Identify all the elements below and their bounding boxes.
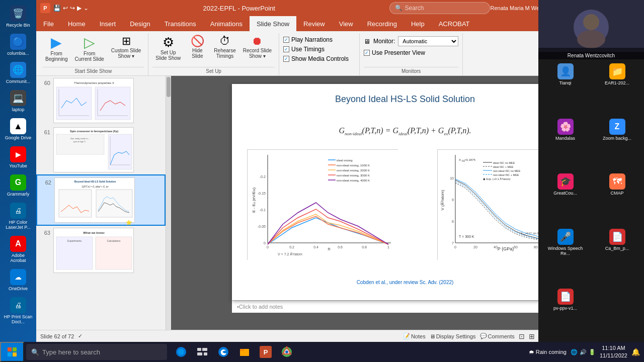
play-narrations-check[interactable]: ✓ Play Narrations — [283, 36, 355, 43]
taskbar-icon-taskview[interactable] — [192, 342, 212, 362]
redo-icon[interactable]: ↪ — [70, 5, 75, 12]
svg-text:-0.15: -0.15 — [258, 192, 266, 195]
notes-button[interactable]: 📝 Notes — [403, 333, 426, 339]
taskbar-icon-chrome[interactable] — [277, 342, 297, 362]
present-icon[interactable]: ▶ — [77, 5, 82, 12]
group-start-slideshow: ▶ FromBeginning ▷ FromCurrent Slide ⊞ Cu… — [38, 33, 148, 75]
tab-file[interactable]: File — [36, 16, 61, 31]
battery-icon[interactable]: 🔋 — [589, 349, 596, 355]
caption-checkboxes: ✓ Play Narrations ✓ Use Timings ✓ Show M… — [283, 34, 355, 75]
hide-slide-button[interactable]: 🚫 HideSlide — [185, 34, 210, 60]
taskbar: 🔍 Type here to search P 🌧 Rain coming 🌐 … — [0, 342, 644, 362]
from-beginning-button[interactable]: ▶ FromBeginning — [42, 34, 70, 63]
setup-group-label: Set Up — [152, 67, 275, 75]
desktop-icon-laptop[interactable]: 💻 laptop — [2, 88, 34, 114]
rehearse-timings-button[interactable]: ⏱ RehearseTimings — [211, 34, 238, 60]
comments-button[interactable]: 💬 Comments — [480, 333, 515, 339]
more-options-icon[interactable]: ⌄ — [84, 5, 89, 12]
record-label: Record SlideShow ▾ — [243, 48, 272, 59]
tab-animations[interactable]: Animations — [203, 16, 250, 31]
taskbar-clock[interactable]: 11:10 AM 11/11/2022 — [600, 344, 627, 360]
desktop-icon-hp-print[interactable]: 🖨 HP Print Scan Doct... — [2, 296, 34, 326]
slide-item-63[interactable]: 63 What we know: Experiments Calculation… — [36, 226, 166, 275]
desktop-icon-recycle-bin[interactable]: 🗑️ Recycle Bin — [2, 4, 34, 29]
taskbar-search[interactable]: 🔍 Type here to search — [26, 344, 167, 360]
notes-icon: 📝 — [403, 333, 410, 339]
desktop-icon-greatcou[interactable]: 🎓 GreatCou... — [540, 171, 590, 225]
desktop-icon-google-drive[interactable]: ▲ Google Drive — [2, 117, 34, 142]
tab-transitions[interactable]: Transitions — [157, 16, 203, 31]
from-current-button[interactable]: ▷ FromCurrent Slide — [71, 34, 107, 63]
start-button[interactable] — [0, 342, 24, 362]
slide-thumb-60: Thermodynamics properties X — [53, 78, 134, 123]
tab-recording[interactable]: Recording — [360, 16, 404, 31]
slide-canvas[interactable]: Beyond Ideal HS-LS Solid Solution Gnon-i… — [232, 84, 578, 300]
custom-slide-show-button[interactable]: ⊞ Custom SlideShow ▾ — [108, 34, 144, 60]
use-timings-checkbox[interactable]: ✓ — [283, 46, 289, 52]
view-normal-icon[interactable]: ⊡ — [519, 332, 525, 340]
tab-help[interactable]: Help — [404, 16, 432, 31]
tab-design[interactable]: Design — [123, 16, 157, 31]
svg-text:non-ideal ISC no MEE: non-ideal ISC no MEE — [493, 169, 521, 172]
slide-panel-scrollbar[interactable] — [166, 76, 171, 330]
svg-text:80: 80 — [534, 245, 538, 249]
svg-text:1: 1 — [387, 245, 389, 249]
desktop-icon-grammarly[interactable]: G Grammarly — [2, 173, 34, 198]
presenter-view-check[interactable]: ✓ Use Presenter View — [364, 49, 458, 56]
tab-insert[interactable]: Insert — [93, 16, 123, 31]
tab-review[interactable]: Review — [296, 16, 332, 31]
volume-icon[interactable]: 🔊 — [580, 349, 587, 355]
desktop-icon-youtube[interactable]: ▶ YouTube — [2, 145, 34, 170]
show-media-controls-checkbox[interactable]: ✓ — [283, 56, 289, 62]
set-up-slide-show-button[interactable]: ⚙ Set UpSlide Show — [152, 34, 184, 62]
desktop-icon-onedrive[interactable]: ☁ OneDrive — [2, 267, 34, 293]
desktop-icon-ca-bm[interactable]: 📄 Ca_Bm_p... — [592, 227, 642, 285]
svg-text:Calculations: Calculations — [107, 239, 121, 242]
slide-citation: Cobden et al., under review Sc. Adv. (20… — [232, 280, 578, 285]
slide-item-60[interactable]: 60 Thermodynamics properties X — [36, 76, 166, 125]
svg-rect-91 — [8, 347, 12, 351]
search-box[interactable]: 🔍 Search — [389, 2, 490, 14]
display-settings-button[interactable]: 🖥 Display Settings — [430, 333, 476, 339]
notification-icon[interactable]: 🔔 — [631, 348, 640, 356]
desktop-icon-ear1[interactable]: 📁 EAR1-202... — [592, 61, 642, 115]
taskbar-icon-cortana[interactable] — [171, 342, 191, 362]
desktop-icon-mandalas[interactable]: 🌸 Mandalas — [540, 117, 590, 170]
taskbar-icon-explorer[interactable] — [234, 342, 255, 362]
svg-text:E - E₀ (eV/Eu): E - E₀ (eV/Eu) — [252, 188, 256, 213]
svg-text:9: 9 — [452, 198, 454, 202]
desktop-icon-cmap[interactable]: 🗺 CMAP — [592, 171, 642, 225]
tab-view[interactable]: View — [332, 16, 360, 31]
use-timings-check[interactable]: ✓ Use Timings — [283, 46, 355, 53]
desktop-icon-windows-speech[interactable]: 🎤 Windows Speech Re... — [540, 227, 590, 285]
weather-text: Rain coming — [536, 349, 567, 355]
desktop-icon-hp-color[interactable]: 🖨 HP Color LaserJet P... — [2, 201, 34, 231]
tab-home[interactable]: Home — [61, 16, 93, 31]
notes-area[interactable]: •Click to add notes — [232, 300, 578, 313]
right-panel: Renata Wentzcovitch 👤 Tianqi 📁 EAR1-202.… — [538, 0, 644, 342]
monitor-select[interactable]: Automatic Primary Monitor Secondary Moni… — [398, 36, 458, 46]
scrollbar-thumb[interactable] — [167, 77, 171, 97]
play-narrations-checkbox[interactable]: ✓ — [283, 37, 289, 43]
record-slide-show-button[interactable]: ⏺ Record SlideShow ▾ — [240, 34, 275, 60]
desktop-icon-community[interactable]: 🌐 Communit... — [2, 60, 34, 85]
save-icon[interactable]: 💾 — [53, 5, 61, 12]
taskbar-icon-edge[interactable] — [213, 342, 233, 362]
monitors-group-label: Monitors — [364, 67, 458, 75]
desktop-icon-pv-ppv[interactable]: 📄 pv-ppv-v1... — [540, 287, 590, 340]
desktop-icon-columbia[interactable]: 🔵 columbia... — [2, 32, 34, 57]
slide-item-61[interactable]: 61 Spin crossover in ferropericlase (Fp)… — [36, 125, 166, 174]
slide-item-62[interactable]: 62 Beyond Ideal HS-LS Solid Solution G(P… — [36, 174, 166, 226]
network-icon[interactable]: 🌐 — [571, 349, 578, 355]
undo-icon[interactable]: ↩ — [63, 5, 68, 12]
show-media-controls-check[interactable]: ✓ Show Media Controls — [283, 55, 355, 62]
presenter-view-checkbox[interactable]: ✓ — [364, 50, 370, 56]
desktop-icon-tianqi[interactable]: 👤 Tianqi — [540, 61, 590, 115]
desktop-icon-zoom[interactable]: Z Zoom backg... — [592, 117, 642, 170]
tab-slideshow[interactable]: Slide Show — [250, 16, 296, 31]
svg-rect-97 — [197, 348, 201, 351]
view-slide-sorter-icon[interactable]: ⊞ — [529, 332, 535, 340]
tab-acrobat[interactable]: ACROBAT — [432, 16, 477, 31]
desktop-icon-adobe[interactable]: A Adobe Acrobat — [2, 234, 34, 264]
taskbar-icon-powerpoint[interactable]: P — [256, 342, 276, 362]
